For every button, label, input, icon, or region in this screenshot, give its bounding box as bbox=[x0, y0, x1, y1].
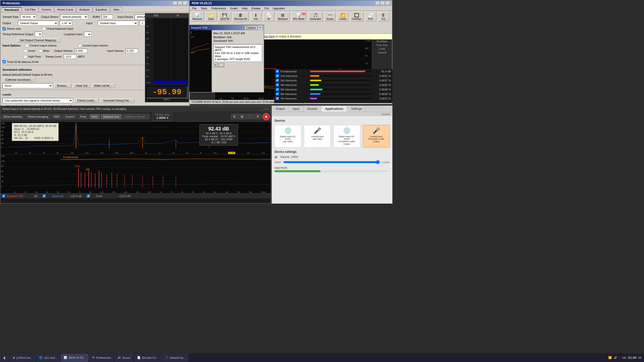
stepped-sine-button[interactable]: Stepped sine bbox=[101, 114, 122, 119]
control-output-vol-label[interactable]: Control output volume bbox=[25, 44, 57, 47]
tab-comms[interactable]: Comms bbox=[39, 7, 54, 12]
loopback-select[interactable]: 1 bbox=[84, 32, 92, 37]
taskbar-rew[interactable]: 📊 REW V5.20... bbox=[61, 354, 88, 361]
make-cal-button[interactable]: Make cal file... bbox=[92, 83, 115, 88]
menu-upgrades[interactable]: Upgrades bbox=[272, 7, 286, 10]
sample-rate-select[interactable]: 48 kHz bbox=[20, 14, 36, 19]
menu-file[interactable]: File bbox=[191, 7, 198, 10]
spectrum-view-3[interactable]: ⛶ bbox=[246, 114, 254, 119]
tab-analysis[interactable]: Analysis bbox=[76, 7, 92, 12]
peak-legend[interactable]: Peak -120.0 dB bbox=[87, 194, 131, 198]
menu-graph[interactable]: Graph bbox=[229, 7, 239, 10]
highpass-checkbox[interactable] bbox=[24, 55, 27, 58]
treat-32bit-checkbox[interactable] bbox=[3, 60, 6, 63]
toolbar-remove-all[interactable]: 🗑Remove All bbox=[232, 12, 249, 21]
4th-harmonic-checkbox[interactable] bbox=[276, 83, 279, 86]
taskbar-double-co[interactable]: 📄 [Double Co... bbox=[134, 354, 161, 361]
output-device-select[interactable]: default [default] bbox=[60, 14, 88, 19]
levels-select[interactable]: Use subwoofer test signal to check/set l… bbox=[3, 98, 73, 103]
stereo-only-checkbox[interactable] bbox=[3, 27, 6, 30]
output-lr-select[interactable]: L+R bbox=[60, 21, 72, 26]
scrollbars-btn[interactable]: Scrollbars bbox=[373, 40, 391, 43]
control-input-vol-label[interactable]: Control input volume bbox=[78, 44, 108, 47]
clear-cal-button[interactable]: Clear Cal bbox=[73, 83, 90, 88]
6th-harmonic-checkbox[interactable] bbox=[276, 92, 279, 96]
3rd-harmonic-checkbox[interactable] bbox=[276, 79, 279, 82]
spectrum-view-4[interactable]: ⚙ bbox=[254, 114, 261, 119]
freq-axis-btn[interactable]: Freq. Axis bbox=[373, 44, 391, 47]
toolbar-scope[interactable]: 〰Scope bbox=[324, 12, 336, 21]
cal-file-select[interactable]: None bbox=[3, 83, 53, 88]
tab-input[interactable]: Input bbox=[289, 106, 303, 112]
start-button[interactable]: 🐧 bbox=[0, 353, 9, 362]
output-channel-select[interactable]: Default Output bbox=[18, 21, 58, 26]
taskbar-sound[interactable]: 🔊 Sound bbox=[115, 354, 133, 361]
both-button[interactable]: Both bbox=[90, 114, 100, 119]
stereo-only-label[interactable]: Stereo only bbox=[3, 27, 21, 30]
spectrum-legend-checkbox[interactable] bbox=[43, 194, 46, 198]
control-input-vol-checkbox[interactable] bbox=[78, 44, 82, 47]
toolbar-generator[interactable]: 🎵Generator bbox=[308, 12, 323, 21]
calibrate-sound-button[interactable]: Calibrate Sound... bbox=[123, 114, 149, 119]
capture-button[interactable]: ● bbox=[262, 113, 270, 120]
tab-settings[interactable]: Settings bbox=[347, 106, 366, 112]
rew-minimize[interactable]: _ bbox=[376, 2, 380, 5]
menu-preferences[interactable]: Preferences bbox=[210, 7, 227, 10]
menu-help[interactable]: Help bbox=[241, 7, 249, 10]
peak-button[interactable]: Peak bbox=[78, 114, 89, 119]
current-button[interactable]: Current bbox=[63, 114, 77, 119]
buffer-out-input[interactable] bbox=[102, 15, 113, 19]
volume-slider[interactable] bbox=[283, 160, 380, 164]
spectrum-view-2[interactable]: ▤ bbox=[238, 114, 246, 119]
rew-close[interactable]: × bbox=[386, 2, 390, 5]
tab-view[interactable]: View bbox=[110, 7, 122, 12]
rew-maximize[interactable]: □ bbox=[381, 2, 385, 5]
tab-soundcard[interactable]: Soundcard bbox=[2, 7, 21, 12]
spectrum-legend[interactable]: Spectrum -120.0 dB bbox=[43, 194, 82, 198]
toolbar-open[interactable]: 📁Open bbox=[206, 12, 217, 21]
toolbar-measure[interactable]: 📊Measure bbox=[191, 12, 204, 21]
controls-btn[interactable]: Controls bbox=[373, 51, 391, 54]
5th-harmonic-checkbox[interactable] bbox=[276, 88, 279, 91]
tab-equaliser[interactable]: Equaliser bbox=[93, 7, 110, 12]
menu-tools[interactable]: Tools bbox=[200, 7, 208, 10]
toolbar-spl-meter[interactable]: 📊SPL Meter83 bbox=[291, 12, 306, 21]
browse-button[interactable]: Browse... bbox=[54, 83, 71, 88]
spectrum-maximize[interactable]: □ bbox=[264, 107, 266, 110]
toolbar-ir[interactable]: 📈IR bbox=[263, 12, 274, 21]
spectrum-close[interactable]: × bbox=[267, 107, 269, 110]
timing-ref-select[interactable]: L bbox=[35, 32, 42, 37]
thd-copy-btn[interactable]: 📋 bbox=[219, 63, 224, 67]
invert-label[interactable]: Invert bbox=[24, 49, 35, 53]
tab-sounds[interactable]: Sounds bbox=[303, 106, 321, 112]
input-vol-input[interactable] bbox=[126, 49, 138, 53]
highpass-label[interactable]: High Pass bbox=[24, 55, 41, 58]
menu-donate[interactable]: Donate bbox=[251, 7, 261, 10]
wav-button[interactable]: WAV bbox=[51, 114, 62, 119]
input-channel-select[interactable]: Default Input bbox=[98, 21, 138, 26]
toolbar-info[interactable]: ℹInfo bbox=[250, 12, 262, 21]
maximize-button[interactable]: □ bbox=[178, 2, 182, 5]
toolbar-windows[interactable]: ⊞Windows bbox=[276, 12, 290, 21]
fundamental-checkbox[interactable] bbox=[276, 70, 279, 73]
output-vol-input[interactable] bbox=[75, 49, 87, 53]
spectrum-view-1[interactable]: ⊞ bbox=[231, 114, 238, 119]
show-distortion-button[interactable]: Show distortion bbox=[1, 114, 25, 119]
virtual-balanced-label[interactable]: Virtual balanced input bbox=[42, 27, 73, 30]
device-card-2[interactable]: 🎤 Analog Inputusb video bbox=[304, 125, 331, 148]
mute-label[interactable]: Mute bbox=[39, 49, 49, 53]
mute-checkbox[interactable] bbox=[39, 49, 42, 53]
taskbar-prefs[interactable]: ⚙ Preferences bbox=[89, 354, 114, 361]
toolbar-levels[interactable]: 📶Levels bbox=[337, 12, 348, 21]
toolbar-eq[interactable]: 🎚EQ bbox=[378, 12, 389, 21]
spectrum-minimize[interactable]: _ bbox=[262, 107, 263, 110]
sweep-level-input[interactable] bbox=[64, 54, 76, 59]
calibrate-soundcard-button[interactable]: Calibrate soundcard... bbox=[3, 77, 35, 82]
control-output-vol-checkbox[interactable] bbox=[25, 44, 29, 47]
taskbar-linux[interactable]: 🖥 [LINUX (mi... bbox=[10, 354, 35, 361]
toolbar-rta[interactable]: 📉RTA bbox=[365, 12, 376, 21]
invert-checkbox[interactable] bbox=[24, 49, 27, 53]
close-button[interactable]: × bbox=[183, 2, 187, 5]
peak-legend-checkbox[interactable] bbox=[87, 194, 90, 198]
set-channel-mapping-button[interactable]: Set Output Channel Mapping... bbox=[17, 38, 61, 42]
